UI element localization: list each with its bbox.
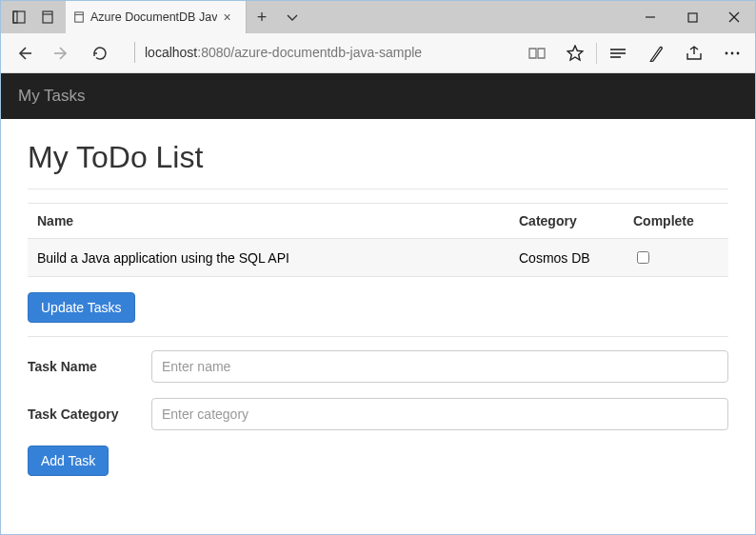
reading-view-icon[interactable] (518, 33, 556, 73)
page-icon (73, 11, 85, 23)
svg-point-16 (726, 51, 728, 54)
window-close-button[interactable] (713, 1, 755, 33)
new-tab-button[interactable]: + (247, 1, 277, 33)
svg-rect-2 (43, 11, 52, 23)
cell-name: Build a Java application using the SQL A… (28, 239, 509, 277)
col-name-header: Name (28, 204, 509, 239)
forward-button[interactable] (43, 33, 81, 73)
svg-rect-4 (75, 12, 84, 22)
page-title: My ToDo List (28, 140, 728, 175)
update-tasks-button[interactable]: Update Tasks (28, 292, 135, 323)
table-row: Build a Java application using the SQL A… (28, 239, 728, 277)
hub-icon[interactable] (599, 33, 637, 73)
divider (28, 188, 728, 189)
col-category-header: Category (509, 204, 624, 239)
svg-rect-0 (13, 11, 25, 23)
refresh-button[interactable] (81, 33, 119, 73)
svg-rect-7 (688, 13, 697, 22)
task-category-label: Task Category (28, 398, 151, 423)
add-task-button[interactable]: Add Task (28, 446, 109, 476)
svg-point-17 (731, 51, 734, 54)
svg-rect-1 (13, 11, 17, 23)
tabs-aside-icon[interactable] (7, 5, 31, 30)
col-complete-header: Complete (624, 204, 728, 239)
address-bar[interactable]: localhost:8080/azure-documentdb-java-sam… (129, 39, 508, 68)
toolbar-separator (596, 43, 597, 64)
page-viewport: My Tasks My ToDo List Name Category Comp… (1, 73, 755, 535)
tab-close-icon[interactable]: × (223, 10, 230, 25)
window-titlebar: Azure DocumentDB Jav × + (1, 1, 755, 33)
app-brand[interactable]: My Tasks (18, 87, 86, 106)
app-navbar: My Tasks (1, 73, 755, 119)
favorite-icon[interactable] (556, 33, 594, 73)
tasks-table: Name Category Complete Build a Java appl… (28, 203, 728, 277)
back-button[interactable] (5, 33, 43, 73)
address-text: localhost:8080/azure-documentdb-java-sam… (135, 45, 422, 60)
tab-title: Azure DocumentDB Jav (90, 10, 217, 24)
tab-actions-icon[interactable] (277, 1, 308, 33)
share-icon[interactable] (675, 33, 713, 73)
complete-checkbox[interactable] (637, 251, 649, 264)
task-name-input[interactable] (151, 350, 728, 383)
set-aside-icon[interactable] (35, 5, 60, 30)
divider (28, 336, 728, 337)
titlebar-left-buttons (1, 1, 60, 33)
task-category-input[interactable] (151, 398, 728, 430)
table-header-row: Name Category Complete (28, 204, 728, 239)
cell-category: Cosmos DB (509, 239, 624, 277)
page-content: My ToDo List Name Category Complete Buil… (1, 119, 755, 495)
browser-tab[interactable]: Azure DocumentDB Jav × (66, 1, 247, 33)
window-minimize-button[interactable] (629, 1, 671, 33)
notes-icon[interactable] (637, 33, 675, 73)
svg-point-18 (737, 51, 740, 54)
svg-marker-12 (567, 46, 583, 60)
window-maximize-button[interactable] (671, 1, 713, 33)
form-row-name: Task Name (28, 350, 728, 383)
cell-complete (624, 239, 728, 277)
address-bar-row: localhost:8080/azure-documentdb-java-sam… (1, 33, 755, 73)
form-row-category: Task Category (28, 398, 728, 430)
task-name-label: Task Name (28, 350, 151, 375)
more-icon[interactable] (713, 33, 751, 73)
